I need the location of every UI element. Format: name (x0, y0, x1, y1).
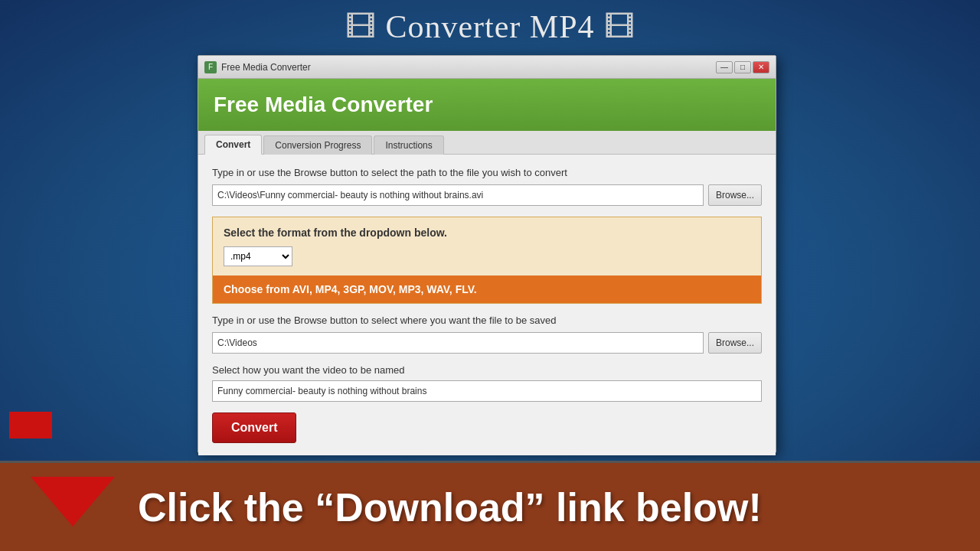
tab-convert[interactable]: Convert (204, 135, 262, 155)
app-title: Free Media Converter (214, 93, 433, 116)
file-path-input[interactable] (212, 184, 704, 206)
minimize-button[interactable]: — (716, 61, 733, 73)
app-top-title: Converter MP4 (385, 8, 594, 45)
bottom-banner: Click the “Download” link below! (0, 463, 980, 551)
film-reel-left-icon: 🎞 (345, 10, 376, 44)
file-input-row: Browse... (212, 184, 762, 206)
save-path-input[interactable] (212, 332, 704, 354)
save-browse-button[interactable]: Browse... (708, 332, 762, 354)
application-window: F Free Media Converter — □ ✕ Free Media … (198, 55, 776, 453)
title-bar: F Free Media Converter — □ ✕ (198, 56, 776, 79)
save-instruction-text: Type in or use the Browse button to sele… (212, 315, 762, 326)
format-banner: Choose from AVI, MP4, 3GP, MOV, MP3, WAV… (213, 276, 761, 303)
maximize-button[interactable]: □ (734, 61, 751, 73)
format-label: Select the format from the dropdown belo… (224, 227, 750, 239)
arrow-down-icon (31, 477, 115, 538)
content-area: Type in or use the Browse button to sele… (198, 155, 776, 455)
name-label: Select how you want the video to be name… (212, 364, 762, 376)
tab-bar: Convert Conversion Progress Instructions (198, 131, 776, 155)
top-title-area: 🎞 Converter MP4 🎞 (0, 0, 980, 54)
format-selection-box: Select the format from the dropdown belo… (212, 217, 762, 304)
file-instruction-text: Type in or use the Browse button to sele… (212, 167, 762, 178)
format-dropdown[interactable]: .mp4 .avi .3gp .mov .mp3 .wav .flv (224, 246, 292, 266)
video-name-input[interactable] (212, 380, 762, 402)
tab-instructions[interactable]: Instructions (374, 135, 443, 155)
window-controls: — □ ✕ (716, 61, 769, 73)
banner-download-text: Click the “Download” link below! (138, 484, 762, 530)
tab-conversion-progress[interactable]: Conversion Progress (263, 135, 372, 155)
app-icon: F (204, 61, 217, 73)
convert-button[interactable]: Convert (212, 412, 296, 443)
save-path-row: Browse... (212, 332, 762, 354)
file-browse-button[interactable]: Browse... (708, 184, 762, 206)
app-header: Free Media Converter (198, 79, 776, 131)
window-title: Free Media Converter (221, 62, 711, 73)
app-icon-letter: F (208, 63, 213, 71)
film-reel-right-icon: 🎞 (604, 10, 635, 44)
close-button[interactable]: ✕ (753, 61, 769, 73)
